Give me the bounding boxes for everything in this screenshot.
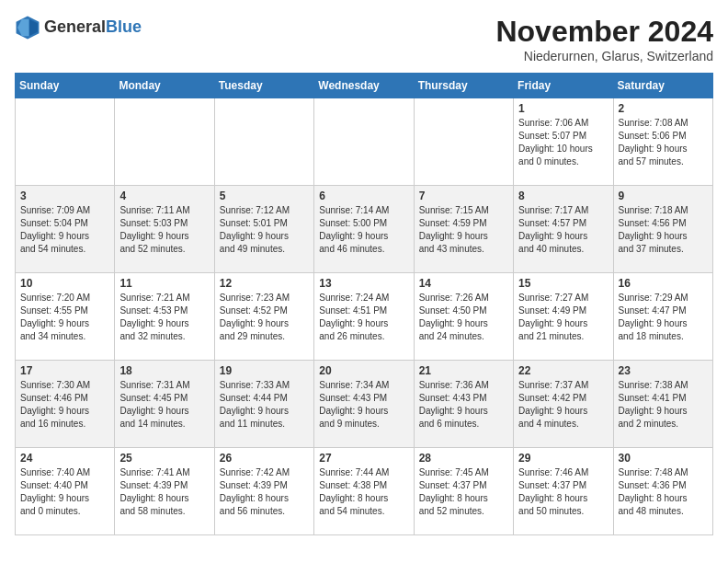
logo-general: General [44,17,106,36]
calendar-row: 17Sunrise: 7:30 AM Sunset: 4:46 PM Dayli… [16,361,713,448]
calendar-cell [314,98,414,186]
day-info: Sunrise: 7:15 AM Sunset: 4:59 PM Dayligh… [419,204,508,256]
weekday-header-row: SundayMondayTuesdayWednesdayThursdayFrid… [16,74,713,98]
calendar-cell: 3Sunrise: 7:09 AM Sunset: 5:04 PM Daylig… [16,186,115,273]
day-number: 11 [119,277,209,290]
day-info: Sunrise: 7:21 AM Sunset: 4:53 PM Dayligh… [119,292,209,343]
calendar-cell: 22Sunrise: 7:37 AM Sunset: 4:42 PM Dayli… [514,361,613,448]
subtitle: Niederurnen, Glarus, Switzerland [495,49,713,63]
day-number: 1 [518,102,608,115]
calendar-cell: 30Sunrise: 7:48 AM Sunset: 4:36 PM Dayli… [613,448,712,535]
calendar-cell: 28Sunrise: 7:45 AM Sunset: 4:37 PM Dayli… [414,448,513,535]
day-number: 10 [20,277,109,290]
calendar-cell [115,98,214,186]
day-info: Sunrise: 7:41 AM Sunset: 4:39 PM Dayligh… [119,466,209,518]
calendar-body: 1Sunrise: 7:06 AM Sunset: 5:07 PM Daylig… [16,98,713,535]
day-info: Sunrise: 7:26 AM Sunset: 4:50 PM Dayligh… [419,292,508,343]
day-number: 30 [619,452,708,465]
calendar-cell: 8Sunrise: 7:17 AM Sunset: 4:57 PM Daylig… [514,186,613,273]
calendar-cell: 18Sunrise: 7:31 AM Sunset: 4:45 PM Dayli… [115,361,214,448]
day-info: Sunrise: 7:48 AM Sunset: 4:36 PM Dayligh… [619,466,708,518]
header-area: GeneralBlue November 2024 Niederurnen, G… [15,15,713,63]
logo: GeneralBlue [15,15,142,40]
calendar-cell: 17Sunrise: 7:30 AM Sunset: 4:46 PM Dayli… [16,361,115,448]
month-title: November 2024 [495,15,713,49]
day-number: 16 [619,277,708,290]
day-info: Sunrise: 7:42 AM Sunset: 4:39 PM Dayligh… [220,466,309,518]
day-info: Sunrise: 7:44 AM Sunset: 4:38 PM Dayligh… [319,466,408,518]
calendar-cell: 15Sunrise: 7:27 AM Sunset: 4:49 PM Dayli… [514,273,613,361]
calendar-row: 1Sunrise: 7:06 AM Sunset: 5:07 PM Daylig… [16,98,713,186]
day-info: Sunrise: 7:18 AM Sunset: 4:56 PM Dayligh… [619,204,708,256]
day-number: 14 [419,277,508,290]
calendar-row: 3Sunrise: 7:09 AM Sunset: 5:04 PM Daylig… [16,186,713,273]
day-info: Sunrise: 7:08 AM Sunset: 5:06 PM Dayligh… [619,117,708,168]
day-number: 7 [419,190,508,202]
day-number: 3 [20,190,109,202]
day-number: 27 [319,452,408,465]
calendar-cell: 29Sunrise: 7:46 AM Sunset: 4:37 PM Dayli… [514,448,613,535]
day-number: 21 [419,364,508,377]
day-number: 2 [619,102,708,115]
calendar-cell: 6Sunrise: 7:14 AM Sunset: 5:00 PM Daylig… [314,186,414,273]
calendar-cell: 20Sunrise: 7:34 AM Sunset: 4:43 PM Dayli… [314,361,414,448]
calendar-cell [16,98,115,186]
day-info: Sunrise: 7:30 AM Sunset: 4:46 PM Dayligh… [20,379,109,431]
calendar-cell: 10Sunrise: 7:20 AM Sunset: 4:55 PM Dayli… [16,273,115,361]
day-info: Sunrise: 7:31 AM Sunset: 4:45 PM Dayligh… [119,379,209,431]
day-info: Sunrise: 7:37 AM Sunset: 4:42 PM Dayligh… [518,379,608,431]
logo-blue: Blue [106,17,142,36]
calendar-cell: 9Sunrise: 7:18 AM Sunset: 4:56 PM Daylig… [613,186,712,273]
day-number: 6 [319,190,408,202]
calendar-cell: 12Sunrise: 7:23 AM Sunset: 4:52 PM Dayli… [214,273,313,361]
day-info: Sunrise: 7:34 AM Sunset: 4:43 PM Dayligh… [319,379,408,431]
day-info: Sunrise: 7:24 AM Sunset: 4:51 PM Dayligh… [319,292,408,343]
logo-icon [15,15,40,40]
calendar-cell: 14Sunrise: 7:26 AM Sunset: 4:50 PM Dayli… [414,273,513,361]
day-number: 5 [220,190,309,202]
weekday-header-cell: Monday [115,74,214,98]
day-number: 18 [119,364,209,377]
day-info: Sunrise: 7:11 AM Sunset: 5:03 PM Dayligh… [119,204,209,256]
calendar-cell: 2Sunrise: 7:08 AM Sunset: 5:06 PM Daylig… [613,98,712,186]
calendar-cell: 1Sunrise: 7:06 AM Sunset: 5:07 PM Daylig… [514,98,613,186]
calendar-cell [414,98,513,186]
title-area: November 2024 Niederurnen, Glarus, Switz… [495,15,713,63]
calendar-cell: 23Sunrise: 7:38 AM Sunset: 4:41 PM Dayli… [613,361,712,448]
calendar-row: 24Sunrise: 7:40 AM Sunset: 4:40 PM Dayli… [16,448,713,535]
calendar-cell: 4Sunrise: 7:11 AM Sunset: 5:03 PM Daylig… [115,186,214,273]
calendar-cell: 24Sunrise: 7:40 AM Sunset: 4:40 PM Dayli… [16,448,115,535]
day-info: Sunrise: 7:09 AM Sunset: 5:04 PM Dayligh… [20,204,109,256]
day-info: Sunrise: 7:46 AM Sunset: 4:37 PM Dayligh… [518,466,608,518]
day-number: 24 [20,452,109,465]
day-number: 9 [619,190,708,202]
day-info: Sunrise: 7:12 AM Sunset: 5:01 PM Dayligh… [220,204,309,256]
day-info: Sunrise: 7:06 AM Sunset: 5:07 PM Dayligh… [518,117,608,168]
day-number: 20 [319,364,408,377]
calendar-cell [214,98,313,186]
day-number: 13 [319,277,408,290]
day-number: 12 [220,277,309,290]
day-info: Sunrise: 7:40 AM Sunset: 4:40 PM Dayligh… [20,466,109,518]
calendar-cell: 7Sunrise: 7:15 AM Sunset: 4:59 PM Daylig… [414,186,513,273]
day-number: 15 [518,277,608,290]
day-number: 8 [518,190,608,202]
day-number: 4 [119,190,209,202]
day-number: 29 [518,452,608,465]
day-number: 26 [220,452,309,465]
weekday-header-cell: Wednesday [314,74,414,98]
calendar-cell: 13Sunrise: 7:24 AM Sunset: 4:51 PM Dayli… [314,273,414,361]
day-info: Sunrise: 7:45 AM Sunset: 4:37 PM Dayligh… [419,466,508,518]
calendar-cell: 27Sunrise: 7:44 AM Sunset: 4:38 PM Dayli… [314,448,414,535]
calendar-row: 10Sunrise: 7:20 AM Sunset: 4:55 PM Dayli… [16,273,713,361]
day-number: 17 [20,364,109,377]
weekday-header-cell: Thursday [414,74,513,98]
calendar-table: SundayMondayTuesdayWednesdayThursdayFrid… [15,73,713,535]
day-info: Sunrise: 7:33 AM Sunset: 4:44 PM Dayligh… [220,379,309,431]
day-number: 22 [518,364,608,377]
day-number: 25 [119,452,209,465]
calendar-cell: 21Sunrise: 7:36 AM Sunset: 4:43 PM Dayli… [414,361,513,448]
weekday-header-cell: Sunday [16,74,115,98]
weekday-header-cell: Tuesday [214,74,313,98]
day-number: 19 [220,364,309,377]
